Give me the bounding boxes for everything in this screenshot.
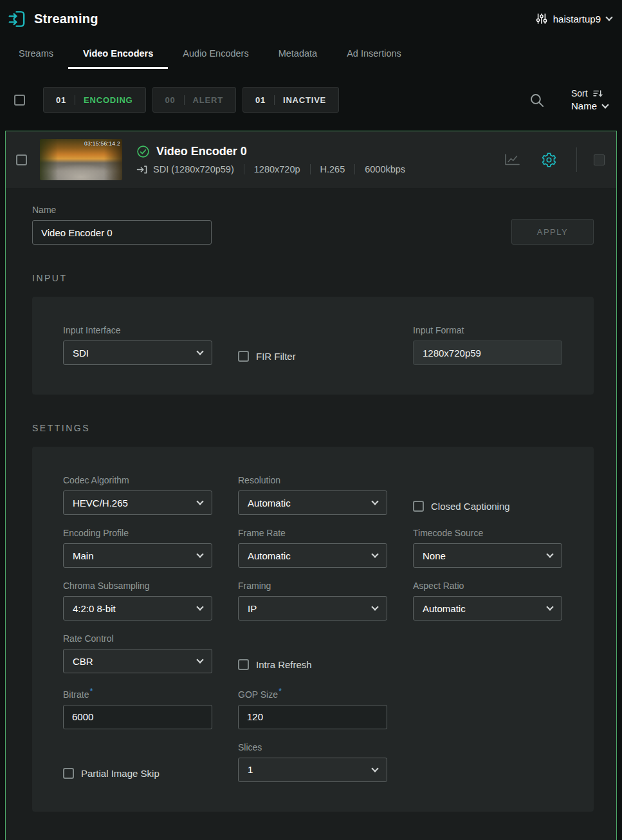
fir-filter-checkbox[interactable] xyxy=(238,351,249,362)
tab-audio-encoders[interactable]: Audio Encoders xyxy=(168,48,263,69)
gop-size-input[interactable] xyxy=(238,705,387,729)
partial-image-skip-checkbox[interactable] xyxy=(63,768,74,779)
frame-rate-select[interactable]: Automatic xyxy=(238,543,387,568)
chevron-down-icon xyxy=(601,101,608,108)
aspect-ratio-value: Automatic xyxy=(423,603,466,614)
filter-alert-button[interactable]: 00 ALERT xyxy=(152,87,236,113)
frame-rate-value: Automatic xyxy=(248,550,291,561)
chevron-down-icon xyxy=(196,498,203,505)
input-section-title: INPUT xyxy=(32,273,594,283)
user-name: haistartup9 xyxy=(553,14,601,24)
intra-refresh-checkbox[interactable] xyxy=(238,659,249,670)
input-format-value: 1280x720p59 xyxy=(423,348,481,359)
timecode-source-label: Timecode Source xyxy=(413,528,562,538)
filter-encoding-button[interactable]: 01 ENCODING xyxy=(43,87,146,113)
apply-button[interactable]: APPLY xyxy=(511,219,594,245)
chevron-down-icon xyxy=(371,550,378,557)
encoder-input-summary: SDI (1280x720p59) xyxy=(153,164,234,174)
input-interface-value: SDI xyxy=(73,348,89,359)
inactive-label: INACTIVE xyxy=(283,95,326,105)
alert-count: 00 xyxy=(165,95,176,105)
alert-label: ALERT xyxy=(193,95,223,105)
fir-filter-label: FIR Filter xyxy=(256,351,296,362)
framing-select[interactable]: IP xyxy=(238,596,387,621)
input-interface-label: Input Interface xyxy=(63,325,212,335)
codec-algorithm-select[interactable]: HEVC/H.265 xyxy=(63,490,212,515)
encoder-title: Video Encoder 0 xyxy=(156,145,247,158)
chevron-down-icon xyxy=(546,550,553,557)
bitrate-label: Bitrate* xyxy=(63,686,212,700)
select-all-checkbox[interactable] xyxy=(14,95,25,106)
top-bar: Streaming haistartup9 xyxy=(0,0,622,37)
tab-video-encoders[interactable]: Video Encoders xyxy=(68,48,168,69)
required-marker: * xyxy=(279,686,282,696)
brand: Streaming xyxy=(8,10,98,28)
divider xyxy=(75,95,75,105)
user-menu[interactable]: haistartup9 xyxy=(536,13,612,24)
chevron-down-icon xyxy=(196,656,203,663)
app-logo-icon xyxy=(8,10,26,28)
slices-label: Slices xyxy=(238,742,387,752)
chroma-subsampling-select[interactable]: 4:2:0 8-bit xyxy=(63,596,212,621)
statistics-chart-icon[interactable] xyxy=(504,153,520,167)
input-interface-select[interactable]: SDI xyxy=(63,341,212,365)
divider xyxy=(354,164,355,174)
timecode-source-select[interactable]: None xyxy=(413,543,562,568)
tab-metadata[interactable]: Metadata xyxy=(264,48,332,69)
sort-label: Sort xyxy=(571,88,588,98)
chevron-down-icon xyxy=(371,603,378,610)
encoder-resolution-summary: 1280x720p xyxy=(254,164,300,174)
chevron-down-icon xyxy=(546,603,553,610)
encoding-count: 01 xyxy=(56,95,66,105)
chroma-subsampling-label: Chroma Subsampling xyxy=(63,581,212,591)
encoder-thumbnail: 03:15:56:14.2 xyxy=(40,139,122,180)
encoder-codec-summary: H.265 xyxy=(320,164,345,174)
filter-inactive-button[interactable]: 01 INACTIVE xyxy=(242,87,339,113)
thumbnail-timecode: 03:15:56:14.2 xyxy=(84,140,120,147)
encoder-select-checkbox[interactable] xyxy=(16,154,27,165)
settings-section-panel: Codec Algorithm HEVC/H.265 Resolution Au… xyxy=(32,447,594,812)
chevron-down-icon xyxy=(196,603,203,610)
sort-field-value: Name xyxy=(571,100,597,111)
aspect-ratio-select[interactable]: Automatic xyxy=(413,596,562,621)
encoder-action-box[interactable] xyxy=(594,154,605,165)
closed-captioning-checkbox[interactable] xyxy=(413,501,424,512)
encoding-profile-value: Main xyxy=(73,550,94,561)
rate-control-select[interactable]: CBR xyxy=(63,649,212,673)
rate-control-label: Rate Control xyxy=(63,633,212,644)
filter-bar: 01 ENCODING 00 ALERT 01 INACTIVE Sort xyxy=(0,69,622,131)
encoding-profile-label: Encoding Profile xyxy=(63,528,212,538)
codec-algorithm-label: Codec Algorithm xyxy=(63,475,212,485)
input-arrow-icon xyxy=(136,165,147,174)
frame-rate-label: Frame Rate xyxy=(238,528,387,538)
required-marker: * xyxy=(89,686,93,696)
slices-value: 1 xyxy=(248,764,253,775)
settings-section-title: SETTINGS xyxy=(32,423,594,433)
resolution-value: Automatic xyxy=(248,498,291,509)
search-icon[interactable] xyxy=(529,93,544,107)
settings-gear-icon[interactable] xyxy=(541,152,557,168)
chevron-down-icon xyxy=(371,765,378,772)
codec-algorithm-value: HEVC/H.265 xyxy=(73,498,128,509)
input-format-label: Input Format xyxy=(413,325,562,335)
closed-captioning-label: Closed Captioning xyxy=(431,501,510,512)
encoding-profile-select[interactable]: Main xyxy=(63,543,212,568)
chroma-subsampling-value: 4:2:0 8-bit xyxy=(73,603,116,614)
tab-streams[interactable]: Streams xyxy=(4,48,68,69)
resolution-select[interactable]: Automatic xyxy=(238,490,387,515)
divider xyxy=(244,164,244,174)
input-format-field: 1280x720p59 xyxy=(413,341,562,365)
intra-refresh-label: Intra Refresh xyxy=(256,659,312,670)
bitrate-input[interactable] xyxy=(63,705,212,729)
sort-control: Sort Name xyxy=(571,88,608,111)
status-ok-icon xyxy=(136,145,150,158)
framing-label: Framing xyxy=(238,581,387,591)
sort-order-icon[interactable] xyxy=(593,89,603,98)
sort-field-select[interactable]: Name xyxy=(571,100,608,111)
slices-select[interactable]: 1 xyxy=(238,758,387,782)
input-section-panel: Input Interface SDI FIR Filter Input For… xyxy=(32,297,594,395)
aspect-ratio-label: Aspect Ratio xyxy=(413,581,562,591)
name-input[interactable] xyxy=(32,220,212,245)
tab-ad-insertions[interactable]: Ad Insertions xyxy=(332,48,416,69)
encoder-card-header[interactable]: 03:15:56:14.2 Video Encoder 0 xyxy=(6,131,616,188)
